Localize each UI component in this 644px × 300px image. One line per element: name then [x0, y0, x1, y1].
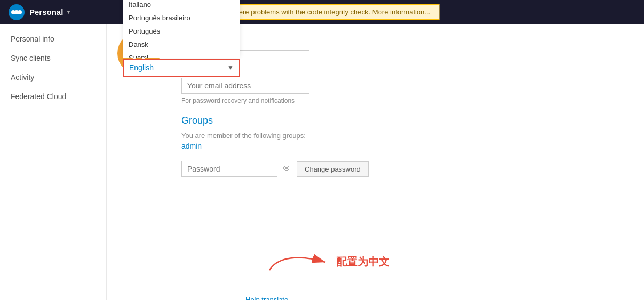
sidebar-item-sync-clients[interactable]: Sync clients	[0, 48, 106, 68]
email-hint: For password recovery and notifications	[181, 97, 628, 104]
logo-icon	[8, 4, 25, 21]
main-layout: Personal info Sync clients Activity Fede…	[0, 24, 644, 300]
groups-section: Groups You are member of the following g…	[181, 115, 628, 150]
groups-title: Groups	[181, 115, 628, 126]
svg-point-3	[18, 10, 22, 14]
language-area: English Castellano Français Deutsch (Per…	[123, 59, 240, 284]
form-area: Email For password recovery and notifica…	[181, 35, 628, 177]
eye-icon[interactable]: 👁	[283, 164, 291, 174]
lang-option-danish[interactable]: Dansk	[123, 38, 240, 51]
title-caret-icon: ▼	[66, 9, 71, 15]
language-dropdown-container: English Castellano Français Deutsch (Per…	[123, 59, 240, 77]
annotation-area: 配置为中文	[267, 253, 389, 271]
username-field	[181, 35, 628, 51]
main-content: A Email For password recovery and notifi…	[107, 24, 644, 300]
groups-text: You are member of the following groups:	[181, 132, 628, 140]
language-select-box[interactable]: English ▼	[123, 59, 240, 77]
lang-option-finnish[interactable]: Suomi	[123, 51, 240, 58]
sidebar: Personal info Sync clients Activity Fede…	[0, 24, 107, 300]
lang-option-portuguese[interactable]: Português	[123, 25, 240, 38]
email-title: Email	[181, 61, 628, 72]
group-value: admin	[181, 142, 628, 150]
email-section: Email For password recovery and notifica…	[181, 61, 628, 104]
sidebar-item-federated-cloud[interactable]: Federated Cloud	[0, 87, 106, 106]
lang-option-portuguese-br[interactable]: Português brasileiro	[123, 11, 240, 25]
language-dropdown-list: English Castellano Français Deutsch (Per…	[123, 0, 240, 58]
password-row: 👁 Change password	[181, 161, 628, 177]
dropdown-caret-icon: ▼	[227, 64, 234, 71]
language-current-value: English	[129, 63, 154, 72]
topbar: Personal ▼ There were problems with the …	[0, 0, 644, 24]
annotation-text: 配置为中文	[336, 255, 389, 269]
change-password-button[interactable]: Change password	[297, 161, 369, 177]
lang-option-italian[interactable]: Italiano	[123, 0, 240, 11]
sidebar-item-personal-info[interactable]: Personal info	[0, 29, 106, 48]
sidebar-item-activity[interactable]: Activity	[0, 68, 106, 87]
language-scroll-area[interactable]: English Castellano Français Deutsch (Per…	[123, 0, 240, 58]
app-title[interactable]: Personal ▼	[29, 7, 71, 17]
annotation-arrow-icon	[267, 252, 331, 273]
